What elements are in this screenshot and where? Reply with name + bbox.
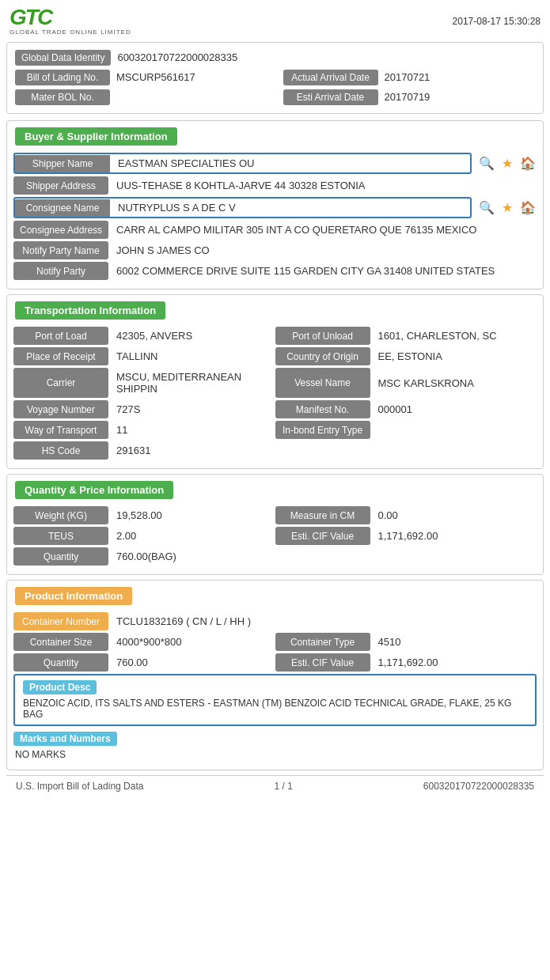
bol-left: Bill of Lading No. MSCURP561617 bbox=[15, 69, 267, 85]
quantity-label: Quantity bbox=[13, 547, 108, 566]
teus-label: TEUS bbox=[13, 527, 108, 545]
carrier-label: Carrier bbox=[13, 368, 108, 398]
consignee-address-label: Consignee Address bbox=[13, 221, 108, 239]
way-of-transport-half: Way of Transport 11 bbox=[13, 421, 275, 439]
receipt-label: Place of Receipt bbox=[13, 347, 108, 365]
notify-party-name-value: JOHN S JAMES CO bbox=[108, 241, 537, 259]
product-section: Product Information Container Number TCL… bbox=[6, 580, 544, 770]
container-number-label: Container Number bbox=[13, 612, 108, 630]
vessel-label: Vessel Name bbox=[275, 368, 370, 398]
container-type-label: Container Type bbox=[275, 633, 370, 651]
hs-code-row: HS Code 291631 bbox=[13, 441, 537, 460]
voyage-half: Voyage Number 727S bbox=[13, 400, 275, 418]
notify-party-name-row: Notify Party Name JOHN S JAMES CO bbox=[13, 241, 537, 259]
actual-arrival-value: 20170721 bbox=[378, 69, 437, 85]
carrier-vessel-row: Carrier MSCU, MEDITERRANEAN SHIPPIN Vess… bbox=[13, 368, 537, 398]
shipper-name-label: Shipper Name bbox=[15, 155, 110, 172]
top-bar: GTC GLOBAL TRADE ONLINE LIMITED 2017-08-… bbox=[0, 0, 550, 39]
quantity-price-title: Quantity & Price Information bbox=[15, 481, 173, 499]
mater-bol-value bbox=[110, 95, 123, 100]
product-qty-value: 760.00 bbox=[108, 653, 275, 672]
consignee-address-row: Consignee Address CARR AL CAMPO MILITAR … bbox=[13, 221, 537, 239]
in-bond-half: In-bond Entry Type bbox=[275, 421, 537, 439]
weight-value: 19,528.00 bbox=[108, 506, 275, 524]
notify-party-row: Notify Party 6002 COMMERCE DRIVE SUITE 1… bbox=[13, 262, 537, 280]
consignee-home-icon[interactable]: 🏠 bbox=[519, 199, 537, 217]
port-load-label: Port of Load bbox=[13, 327, 108, 345]
shipper-address-value: UUS-TEHASE 8 KOHTLA-JARVE 44 30328 ESTON… bbox=[108, 176, 537, 195]
shipper-star-icon[interactable]: ★ bbox=[499, 155, 516, 172]
bol-value: MSCURP561617 bbox=[110, 69, 202, 85]
buyer-supplier-title: Buyer & Supplier Information bbox=[15, 127, 177, 146]
mater-row: Mater BOL No. Esti Arrival Date 20170719 bbox=[15, 89, 535, 105]
container-number-value: TCLU1832169 ( CN / L / HH ) bbox=[108, 612, 537, 630]
carrier-half: Carrier MSCU, MEDITERRANEAN SHIPPIN bbox=[13, 368, 275, 398]
footer-right: 600320170722000028335 bbox=[423, 781, 534, 792]
mater-left: Mater BOL No. bbox=[15, 89, 267, 105]
footer-left: U.S. Import Bill of Lading Data bbox=[16, 781, 143, 792]
notify-party-label: Notify Party bbox=[13, 262, 108, 280]
container-type-value: 4510 bbox=[370, 633, 537, 651]
global-data-identity-label: Global Data Identity bbox=[15, 50, 111, 66]
measure-half: Measure in CM 0.00 bbox=[275, 506, 537, 524]
esti-cif-half: Esti. CIF Value 1,171,692.00 bbox=[275, 527, 537, 545]
transportation-section: Transportation Information Port of Load … bbox=[6, 294, 544, 469]
weight-half: Weight (KG) 19,528.00 bbox=[13, 506, 275, 524]
voyage-manifest-row: Voyage Number 727S Manifest No. 000001 bbox=[13, 400, 537, 418]
product-qty-cif-row: Quantity 760.00 Esti. CIF Value 1,171,69… bbox=[13, 653, 537, 672]
quantity-price-section: Quantity & Price Information Weight (KG)… bbox=[6, 474, 544, 575]
transport-bond-row: Way of Transport 11 In-bond Entry Type bbox=[13, 421, 537, 439]
product-desc-label: Product Desc bbox=[23, 680, 97, 694]
voyage-value: 727S bbox=[108, 400, 275, 418]
vessel-value: MSC KARLSKRONA bbox=[370, 368, 537, 398]
weight-label: Weight (KG) bbox=[13, 506, 108, 524]
quantity-row: Quantity 760.00(BAG) bbox=[13, 547, 537, 566]
esti-cif-label: Esti. CIF Value bbox=[275, 527, 370, 545]
consignee-name-box: Consignee Name NUTRYPLUS S A DE C V bbox=[13, 197, 472, 218]
product-cif-half: Esti. CIF Value 1,171,692.00 bbox=[275, 653, 537, 672]
receipt-half: Place of Receipt TALLINN bbox=[13, 347, 275, 365]
container-size-half: Container Size 4000*900*800 bbox=[13, 633, 275, 651]
buyer-supplier-section: Buyer & Supplier Information Shipper Nam… bbox=[6, 120, 544, 289]
logo-subtitle: GLOBAL TRADE ONLINE LIMITED bbox=[9, 28, 131, 36]
way-of-transport-value: 11 bbox=[108, 421, 275, 439]
manifest-label: Manifest No. bbox=[275, 400, 370, 418]
quantity-value: 760.00(BAG) bbox=[108, 547, 537, 566]
port-unload-label: Port of Unload bbox=[275, 327, 370, 345]
way-of-transport-label: Way of Transport bbox=[13, 421, 108, 439]
container-size-value: 4000*900*800 bbox=[108, 633, 275, 651]
footer-center: 1 / 1 bbox=[274, 781, 292, 792]
consignee-search-icon[interactable]: 🔍 bbox=[478, 199, 495, 217]
bol-label: Bill of Lading No. bbox=[15, 70, 110, 85]
teus-value: 2.00 bbox=[108, 527, 275, 545]
global-data-identity-row: Global Data Identity 6003201707220000283… bbox=[15, 49, 535, 66]
esti-arrival-value: 20170719 bbox=[378, 89, 437, 105]
voyage-label: Voyage Number bbox=[13, 400, 108, 418]
shipper-home-icon[interactable]: 🏠 bbox=[519, 155, 537, 172]
product-desc-box: Product Desc BENZOIC ACID, ITS SALTS AND… bbox=[13, 674, 537, 726]
marks-value: NO MARKS bbox=[7, 747, 543, 763]
port-row: Port of Load 42305, ANVERS Port of Unloa… bbox=[13, 327, 537, 345]
shipper-search-icon[interactable]: 🔍 bbox=[478, 155, 495, 172]
shipper-name-row: Shipper Name EASTMAN SPECIALTIES OU 🔍 ★ … bbox=[13, 153, 537, 174]
notify-party-name-label: Notify Party Name bbox=[13, 241, 108, 259]
manifest-value: 000001 bbox=[370, 400, 537, 418]
container-type-half: Container Type 4510 bbox=[275, 633, 537, 651]
marks-label: Marks and Numbers bbox=[13, 732, 117, 746]
consignee-name-value: NUTRYPLUS S A DE C V bbox=[110, 199, 470, 217]
receipt-value: TALLINN bbox=[108, 347, 275, 365]
consignee-name-row: Consignee Name NUTRYPLUS S A DE C V 🔍 ★ … bbox=[13, 197, 537, 218]
receipt-origin-row: Place of Receipt TALLINN Country of Orig… bbox=[13, 347, 537, 365]
consignee-name-label: Consignee Name bbox=[15, 199, 110, 217]
measure-label: Measure in CM bbox=[275, 506, 370, 524]
global-data-identity-value: 600320170722000028335 bbox=[111, 49, 244, 66]
port-load-half: Port of Load 42305, ANVERS bbox=[13, 327, 275, 345]
bol-right: Actual Arrival Date 20170721 bbox=[283, 69, 536, 85]
main-card: Global Data Identity 6003201707220000283… bbox=[6, 42, 544, 114]
consignee-star-icon[interactable]: ★ bbox=[499, 199, 516, 217]
product-qty-label: Quantity bbox=[13, 653, 108, 672]
product-cif-label: Esti. CIF Value bbox=[275, 653, 370, 672]
product-title: Product Information bbox=[15, 587, 132, 605]
mater-bol-label: Mater BOL No. bbox=[15, 89, 110, 105]
shipper-action-icons: 🔍 ★ 🏠 bbox=[478, 155, 537, 172]
